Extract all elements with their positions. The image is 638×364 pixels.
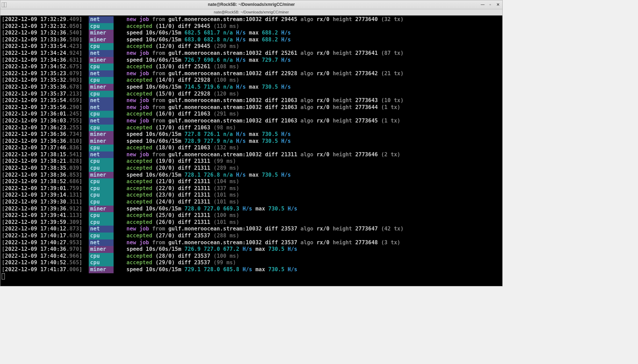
log-tag-miner: miner [89, 266, 114, 273]
log-line: [2022-12-09 17:38:21.828] cpu accepted (… [2, 158, 501, 165]
log-line: [2022-12-09 17:36:23.255] cpu accepted (… [2, 125, 501, 131]
log-line: [2022-12-09 17:39:01.759] cpu accepted (… [2, 185, 501, 192]
log-line: [2022-12-09 17:39:30.311] cpu accepted (… [2, 199, 501, 206]
log-line: [2022-12-09 17:40:52.565] cpu accepted (… [2, 259, 501, 266]
log-line: [2022-12-09 17:40:12.873] net new job fr… [2, 226, 501, 233]
tab-bar[interactable]: nate@Rock5B: ~/Downloads/xmrigCC/miner [0, 9, 502, 16]
log-line: [2022-12-09 17:38:15.541] net new job fr… [2, 151, 501, 158]
log-tag-cpu: cpu [89, 125, 114, 131]
log-tag-cpu: cpu [89, 43, 114, 50]
log-tag-net: net [89, 70, 114, 77]
log-line: [2022-12-09 17:36:36.810] miner speed 10… [2, 138, 501, 145]
log-line: [2022-12-09 17:35:32.903] cpu accepted (… [2, 77, 501, 84]
log-tag-cpu: cpu [89, 111, 114, 118]
log-tag-cpu: cpu [89, 233, 114, 239]
log-line: [2022-12-09 17:35:54.659] net new job fr… [2, 97, 501, 104]
log-tag-net: net [89, 97, 114, 104]
close-button[interactable]: ✕ [495, 2, 500, 7]
log-tag-net: net [89, 104, 114, 111]
split-icon [2, 2, 7, 7]
log-line: [2022-12-09 17:36:01.245] cpu accepted (… [2, 111, 501, 118]
tab-label[interactable]: nate@Rock5B: ~/Downloads/xmrigCC/miner [214, 9, 289, 16]
log-line: [2022-12-09 17:33:54.423] cpu accepted (… [2, 43, 501, 50]
log-line: [2022-12-09 17:39:59.309] cpu accepted (… [2, 219, 501, 226]
log-line: [2022-12-09 17:36:03.755] net new job fr… [2, 118, 501, 125]
log-line: [2022-12-09 17:32:29.409] net new job fr… [2, 16, 501, 23]
minimize-button[interactable]: — [480, 2, 485, 7]
cursor [2, 273, 5, 279]
log-line: [2022-12-09 17:39:14.131] cpu accepted (… [2, 192, 501, 199]
log-line: [2022-12-09 17:38:52.686] cpu accepted (… [2, 178, 501, 185]
log-tag-net: net [89, 226, 114, 233]
log-tag-miner: miner [89, 30, 114, 37]
log-line: [2022-12-09 17:34:36.631] miner speed 10… [2, 57, 501, 64]
log-tag-cpu: cpu [89, 212, 114, 219]
log-tag-cpu: cpu [89, 192, 114, 199]
log-line: [2022-12-09 17:37:46.836] cpu accepted (… [2, 145, 501, 151]
log-tag-cpu: cpu [89, 91, 114, 98]
log-tag-miner: miner [89, 172, 114, 179]
log-tag-cpu: cpu [89, 185, 114, 192]
maximize-button[interactable]: ▫ [488, 2, 493, 7]
log-tag-cpu: cpu [89, 145, 114, 151]
log-tag-cpu: cpu [89, 165, 114, 172]
titlebar[interactable]: nate@Rock5B: ~/Downloads/xmrigCC/miner —… [0, 0, 502, 9]
log-tag-cpu: cpu [89, 23, 114, 30]
log-tag-cpu: cpu [89, 253, 114, 260]
log-line: [2022-12-09 17:34:24.924] net new job fr… [2, 50, 501, 57]
log-tag-miner: miner [89, 84, 114, 91]
log-tag-cpu: cpu [89, 219, 114, 226]
log-tag-net: net [89, 16, 114, 23]
log-tag-cpu: cpu [89, 158, 114, 165]
log-tag-miner: miner [89, 246, 114, 253]
log-tag-cpu: cpu [89, 259, 114, 266]
log-line: [2022-12-09 17:33:36.580] miner speed 10… [2, 37, 501, 43]
log-line: [2022-12-09 17:35:37.213] cpu accepted (… [2, 91, 501, 98]
log-line: [2022-12-09 17:40:42.966] cpu accepted (… [2, 253, 501, 260]
window-title: nate@Rock5B: ~/Downloads/xmrigCC/miner [208, 1, 295, 8]
log-line: [2022-12-09 17:40:27.953] net new job fr… [2, 239, 501, 246]
log-tag-cpu: cpu [89, 199, 114, 206]
log-tag-net: net [89, 118, 114, 125]
log-line: [2022-12-09 17:35:23.079] net new job fr… [2, 70, 501, 77]
log-line: [2022-12-09 17:40:36.970] miner speed 10… [2, 246, 501, 253]
log-line: [2022-12-09 17:32:36.540] miner speed 10… [2, 30, 501, 37]
log-line: [2022-12-09 17:34:52.675] cpu accepted (… [2, 63, 501, 70]
log-tag-miner: miner [89, 138, 114, 145]
log-line: [2022-12-09 17:38:36.853] miner speed 10… [2, 172, 501, 179]
log-tag-net: net [89, 239, 114, 246]
log-tag-miner: miner [89, 57, 114, 64]
log-tag-miner: miner [89, 131, 114, 138]
log-line: [2022-12-09 17:39:36.912] miner speed 10… [2, 206, 501, 213]
log-line: [2022-12-09 17:40:17.630] cpu accepted (… [2, 233, 501, 239]
terminal-window: nate@Rock5B: ~/Downloads/xmrigCC/miner —… [0, 0, 503, 286]
terminal-output[interactable]: [2022-12-09 17:32:29.409] net new job fr… [0, 16, 502, 286]
log-tag-net: net [89, 151, 114, 158]
log-line: [2022-12-09 17:36:36.734] miner speed 10… [2, 131, 501, 138]
log-line: [2022-12-09 17:39:41.113] cpu accepted (… [2, 212, 501, 219]
log-line: [2022-12-09 17:35:56.290] net new job fr… [2, 104, 501, 111]
log-line: [2022-12-09 17:41:37.006] miner speed 10… [2, 266, 501, 273]
log-line: [2022-12-09 17:32:32.050] cpu accepted (… [2, 23, 501, 30]
log-line: [2022-12-09 17:38:35.039] cpu accepted (… [2, 165, 501, 172]
log-tag-cpu: cpu [89, 77, 114, 84]
log-tag-cpu: cpu [89, 63, 114, 70]
window-controls: — ▫ ✕ [480, 2, 500, 7]
log-tag-miner: miner [89, 206, 114, 213]
log-tag-net: net [89, 50, 114, 57]
log-tag-cpu: cpu [89, 178, 114, 185]
log-line: [2022-12-09 17:35:36.678] miner speed 10… [2, 84, 501, 91]
log-tag-miner: miner [89, 37, 114, 43]
